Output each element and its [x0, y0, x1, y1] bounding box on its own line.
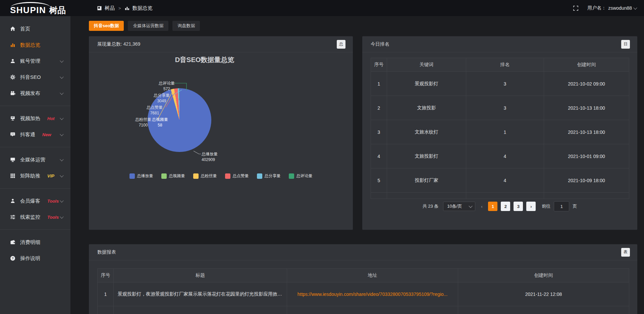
monitor-icon — [10, 157, 16, 163]
sidebar-divider — [0, 147, 70, 147]
pie-label-videos: 总视频量58 — [149, 117, 171, 128]
page-button-2[interactable]: 2 — [501, 202, 510, 211]
ranking-table: 序号 关键词 排名 创建时间 1 景观投影灯 3 2021-10-02 09:0… — [371, 58, 629, 199]
user-menu[interactable]: 用户名： zswodun88 — [587, 5, 637, 11]
legend-item-shares[interactable]: 总分享量 — [257, 173, 281, 179]
chart-legend: 总播放量 总视频量 总粉丝量 总点赞量 总分享量 总评论量 — [89, 173, 353, 179]
vip-badge: VIP — [47, 173, 54, 178]
sidebar-item-member-burst[interactable]: 会员爆客 Tools — [0, 193, 70, 209]
pie-leader-lines — [89, 52, 353, 230]
page-button-1[interactable]: 1 — [488, 202, 497, 211]
tab-douyin-seo-data[interactable]: 抖音seo数据 — [89, 21, 124, 31]
tools-badge: Tools — [47, 215, 59, 220]
pie-label-likes: 总点赞量7681 — [144, 105, 165, 116]
home-icon — [10, 26, 16, 32]
sidebar-item-data-overview[interactable]: 数据总览 — [0, 37, 70, 53]
chevron-down-icon — [633, 6, 637, 9]
sidebar-item-label: 抖音SEO — [20, 74, 41, 81]
chevron-down-icon — [60, 199, 63, 202]
video-link[interactable]: https://www.iesdouyin.com/share/video/70… — [298, 292, 448, 297]
chevron-down-icon — [60, 157, 63, 161]
sidebar-item-label: 会员爆客 — [20, 198, 40, 204]
prev-page-button[interactable]: ‹ — [479, 202, 485, 211]
sidebar-item-matrix-boost[interactable]: 矩阵助推 VIP — [0, 168, 70, 184]
chevron-down-icon — [469, 204, 473, 208]
pie-label-plays: 总播放量402909 — [202, 151, 232, 163]
person-icon — [10, 198, 16, 204]
sidebar-item-video-publish[interactable]: 视频发布 — [0, 85, 70, 101]
sidebar-item-lead-monitor[interactable]: 线索监控 Tools — [0, 209, 70, 225]
sidebar-item-accounts[interactable]: 账号管理 — [0, 53, 70, 69]
sidebar-item-label: 抖客通 — [20, 132, 35, 138]
sidebar-item-help[interactable]: ? 操作说明 — [0, 250, 70, 266]
username-value: zswodun88 — [608, 5, 632, 11]
sidebar-item-label: 消费明细 — [20, 239, 40, 246]
pie-label-shares: 总分享量3049 — [151, 93, 172, 104]
chart-panel-header: 展现量总数: 421,369 总 — [89, 36, 353, 52]
video-camera-icon — [10, 91, 16, 96]
legend-swatch — [289, 173, 294, 179]
table-row: 1 景观投影灯，夜游景观投影灯厂家展示展示落花灯在花园里的灯光投影应用效果 # … — [98, 282, 629, 306]
legend-item-comments[interactable]: 总评论量 — [289, 173, 313, 179]
goto-suffix: 页 — [573, 203, 577, 209]
chevron-down-icon — [60, 173, 63, 177]
next-page-button[interactable]: › — [526, 202, 536, 211]
hot-badge: Hot — [47, 116, 55, 121]
sidebar-item-douyin-seo[interactable]: 抖音SEO — [0, 69, 70, 85]
sidebar-item-home[interactable]: 首页 — [0, 21, 70, 37]
sidebar-item-label: 全媒体运营 — [20, 157, 45, 163]
legend-item-plays[interactable]: 总播放量 — [129, 173, 153, 179]
legend-item-videos[interactable]: 总视频量 — [161, 173, 185, 179]
table-view-button[interactable]: 表 — [621, 248, 630, 257]
legend-swatch — [193, 173, 199, 179]
pagination-total: 共 23 条 — [423, 203, 439, 209]
legend-swatch — [225, 173, 230, 179]
impressions-total: 展现量总数: 421,369 — [97, 41, 140, 47]
breadcrumb-current-icon — [125, 6, 129, 10]
logo-text-cn: 树品 — [49, 6, 66, 14]
report-panel-title: 数据报表 — [97, 249, 116, 255]
sidebar-item-label: 视频加热 — [20, 115, 40, 122]
sidebar-item-video-heat[interactable]: 视频加热 Hot — [0, 110, 70, 126]
logo: SHUPIN 树品 — [10, 2, 72, 14]
sidebar-item-label: 账号管理 — [20, 58, 40, 64]
table-row: 1 景观投影灯 3 2021-10-02 09:00 — [371, 72, 629, 96]
svg-text:?: ? — [12, 256, 14, 260]
breadcrumb-root-icon — [97, 6, 102, 10]
sidebar-item-spending-details[interactable]: 消费明细 — [0, 234, 70, 250]
sidebar-item-label: 操作说明 — [20, 255, 40, 262]
legend-item-likes[interactable]: 总点赞量 — [225, 173, 249, 179]
table-row: 5 投影灯厂家 4 2021-10-09 18:00 — [371, 168, 629, 193]
tab-inquiry-data[interactable]: 询盘数据 — [172, 21, 200, 31]
app-root: SHUPIN 树品 树品 > 数据总览 用户名： zswodun88 — [0, 0, 644, 314]
sidebar-item-doukeTong[interactable]: 抖客通 New — [0, 126, 70, 143]
data-tabs: 抖音seo数据 全媒体运营数据 询盘数据 — [89, 21, 200, 31]
sidebar-item-label: 线索监控 — [20, 214, 40, 220]
report-panel-header: 数据报表 表 — [89, 244, 637, 260]
chevron-down-icon — [60, 215, 63, 218]
pie-chart-area: D音SEO数据量总览 总评论量572 总分享量3049 总点赞量7681 — [89, 52, 353, 230]
breadcrumb-current: 数据总览 — [132, 5, 153, 11]
sidebar-item-label: 首页 — [20, 26, 30, 32]
table-row: 4 文旅投影灯 4 2021-10-01 09:00 — [371, 144, 629, 168]
new-badge: New — [42, 132, 51, 137]
page-button-3[interactable]: 3 — [514, 202, 523, 211]
topbar-right: 用户名： zswodun88 — [573, 5, 637, 11]
page-size-select[interactable]: 10条/页 — [443, 202, 475, 211]
fullscreen-icon[interactable] — [573, 5, 579, 11]
day-view-button[interactable]: 日 — [621, 40, 630, 49]
chevron-down-icon — [60, 59, 63, 62]
report-table: 序号 标题 地址 创建时间 1 景观投影灯，夜游景观投影灯厂家展示展示落花灯在花… — [97, 268, 629, 314]
sidebar-item-all-media[interactable]: 全媒体运营 — [0, 152, 70, 168]
tab-all-media-data[interactable]: 全媒体运营数据 — [128, 21, 168, 31]
goto-page-input[interactable] — [554, 201, 569, 211]
legend-swatch — [257, 173, 262, 179]
legend-item-fans[interactable]: 总粉丝量 — [193, 173, 217, 179]
grid-icon — [10, 173, 16, 179]
chevron-down-icon — [60, 132, 63, 136]
legend-swatch — [129, 173, 135, 179]
breadcrumb-root[interactable]: 树品 — [105, 5, 115, 11]
total-view-button[interactable]: 总 — [337, 40, 345, 49]
help-icon: ? — [10, 256, 16, 261]
breadcrumb: 树品 > 数据总览 — [97, 5, 153, 11]
